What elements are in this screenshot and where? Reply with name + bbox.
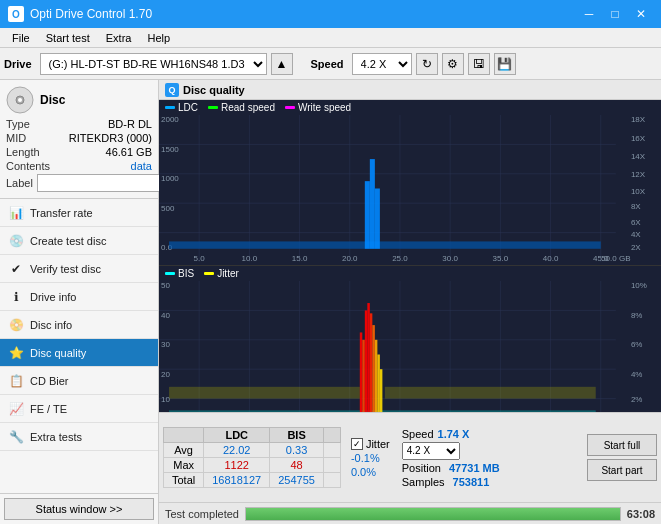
close-button[interactable]: ✕ <box>629 5 653 23</box>
jitter-avg-row: -0.1% <box>351 452 390 464</box>
extra-tests-label: Extra tests <box>30 431 82 443</box>
eject-button[interactable]: ▲ <box>271 53 293 75</box>
svg-point-2 <box>18 98 22 102</box>
svg-rect-88 <box>169 387 360 399</box>
disc-info-panel: Disc Type BD-R DL MID RITEKDR3 (000) Len… <box>0 80 158 199</box>
disc-length-label: Length <box>6 146 40 158</box>
save-button[interactable]: 💾 <box>494 53 516 75</box>
bis-legend-label: BIS <box>178 268 194 279</box>
charts-container: LDC Read speed Write speed <box>159 100 661 412</box>
svg-text:6X: 6X <box>631 218 641 227</box>
sidebar-item-transfer-rate[interactable]: 📊 Transfer rate <box>0 199 158 227</box>
main-area: Disc Type BD-R DL MID RITEKDR3 (000) Len… <box>0 80 661 524</box>
jitter-label: Jitter <box>366 438 390 450</box>
progress-bar-fill <box>246 508 620 520</box>
svg-rect-85 <box>375 340 378 412</box>
ldc-legend: LDC <box>165 102 198 113</box>
disc-quality-header-icon: Q <box>165 83 179 97</box>
disc-label-label: Label <box>6 177 33 189</box>
menu-start-test[interactable]: Start test <box>38 30 98 46</box>
menu-extra[interactable]: Extra <box>98 30 140 46</box>
bis-legend: BIS <box>165 268 194 279</box>
stats-header-ldc: LDC <box>204 428 270 443</box>
svg-rect-42 <box>370 159 375 249</box>
maximize-button[interactable]: □ <box>603 5 627 23</box>
minimize-button[interactable]: ─ <box>577 5 601 23</box>
jitter-max-value: 0.0% <box>351 466 376 478</box>
max-bis: 48 <box>270 458 324 473</box>
status-window-button[interactable]: Status window >> <box>4 498 154 520</box>
svg-text:30.0: 30.0 <box>442 254 458 262</box>
title-bar-controls: ─ □ ✕ <box>577 5 653 23</box>
stats-header-bis: BIS <box>270 428 324 443</box>
max-spacer <box>323 458 340 473</box>
start-full-button[interactable]: Start full <box>587 434 657 456</box>
fe-te-label: FE / TE <box>30 403 67 415</box>
refresh-button[interactable]: ↻ <box>416 53 438 75</box>
sidebar-item-drive-info[interactable]: ℹ Drive info <box>0 283 158 311</box>
title-bar-left: O Opti Drive Control 1.70 <box>8 6 152 22</box>
write-speed-legend: Write speed <box>285 102 351 113</box>
jitter-legend-label: Jitter <box>217 268 239 279</box>
avg-ldc: 22.02 <box>204 443 270 458</box>
speed-dropdown[interactable]: 4.2 X <box>402 442 460 460</box>
read-speed-legend-dot <box>208 106 218 109</box>
sidebar-item-disc-quality[interactable]: ⭐ Disc quality <box>0 339 158 367</box>
toolbar: Drive (G:) HL-DT-ST BD-RE WH16NS48 1.D3 … <box>0 48 661 80</box>
disc-length-row: Length 46.61 GB <box>6 146 152 158</box>
jitter-checkbox[interactable]: ✓ <box>351 438 363 450</box>
svg-text:8X: 8X <box>631 202 641 211</box>
config-button2[interactable]: 🖫 <box>468 53 490 75</box>
disc-quality-icon: ⭐ <box>8 345 24 361</box>
config-button1[interactable]: ⚙ <box>442 53 464 75</box>
sidebar-item-verify-test-disc[interactable]: ✔ Verify test disc <box>0 255 158 283</box>
disc-info-icon: 📀 <box>8 317 24 333</box>
total-bis: 254755 <box>270 473 324 488</box>
svg-rect-82 <box>367 303 370 412</box>
svg-text:50.0 GB: 50.0 GB <box>601 254 630 262</box>
disc-label-input[interactable] <box>37 174 170 192</box>
svg-text:16X: 16X <box>631 134 646 143</box>
svg-rect-43 <box>375 189 380 249</box>
speed-select[interactable]: 4.2 X <box>352 53 412 75</box>
sidebar-nav: 📊 Transfer rate 💿 Create test disc ✔ Ver… <box>0 199 158 493</box>
content-area: Q Disc quality LDC Read speed <box>159 80 661 524</box>
position-label: Position <box>402 462 441 474</box>
create-test-disc-label: Create test disc <box>30 235 106 247</box>
sidebar-item-disc-info[interactable]: 📀 Disc info <box>0 311 158 339</box>
svg-text:14X: 14X <box>631 152 646 161</box>
samples-value: 753811 <box>453 476 490 488</box>
svg-text:10: 10 <box>161 395 170 404</box>
svg-text:4%: 4% <box>631 370 643 379</box>
start-part-button[interactable]: Start part <box>587 459 657 481</box>
svg-text:2000: 2000 <box>161 115 179 124</box>
svg-text:20.0: 20.0 <box>342 254 358 262</box>
verify-test-disc-label: Verify test disc <box>30 263 101 275</box>
title-bar: O Opti Drive Control 1.70 ─ □ ✕ <box>0 0 661 28</box>
menu-help[interactable]: Help <box>139 30 178 46</box>
stats-row: LDC BIS Avg 22.02 0.33 Max 1122 <box>159 412 661 502</box>
sidebar-item-cd-bier[interactable]: 📋 CD Bier <box>0 367 158 395</box>
svg-text:20: 20 <box>161 370 170 379</box>
sidebar-item-create-test-disc[interactable]: 💿 Create test disc <box>0 227 158 255</box>
speed-row-value: 1.74 X <box>438 428 470 440</box>
speed-speed-row: Speed 1.74 X <box>402 428 500 440</box>
speed-label: Speed <box>311 58 344 70</box>
max-label: Max <box>164 458 204 473</box>
sidebar-item-extra-tests[interactable]: 🔧 Extra tests <box>0 423 158 451</box>
svg-text:10.0: 10.0 <box>242 254 258 262</box>
svg-rect-79 <box>360 332 363 412</box>
sidebar-item-fe-te[interactable]: 📈 FE / TE <box>0 395 158 423</box>
svg-text:500: 500 <box>161 204 175 213</box>
bis-chart-section: BIS Jitter <box>159 266 661 412</box>
svg-rect-78 <box>169 410 596 412</box>
svg-text:12X: 12X <box>631 170 646 179</box>
disc-contents-row: Contents data <box>6 160 152 172</box>
app-title: Opti Drive Control 1.70 <box>30 7 152 21</box>
drive-select[interactable]: (G:) HL-DT-ST BD-RE WH16NS48 1.D3 <box>40 53 267 75</box>
disc-quality-title: Disc quality <box>183 84 245 96</box>
svg-rect-40 <box>169 241 601 248</box>
menu-file[interactable]: File <box>4 30 38 46</box>
total-ldc: 16818127 <box>204 473 270 488</box>
progress-label: Test completed <box>165 508 239 520</box>
